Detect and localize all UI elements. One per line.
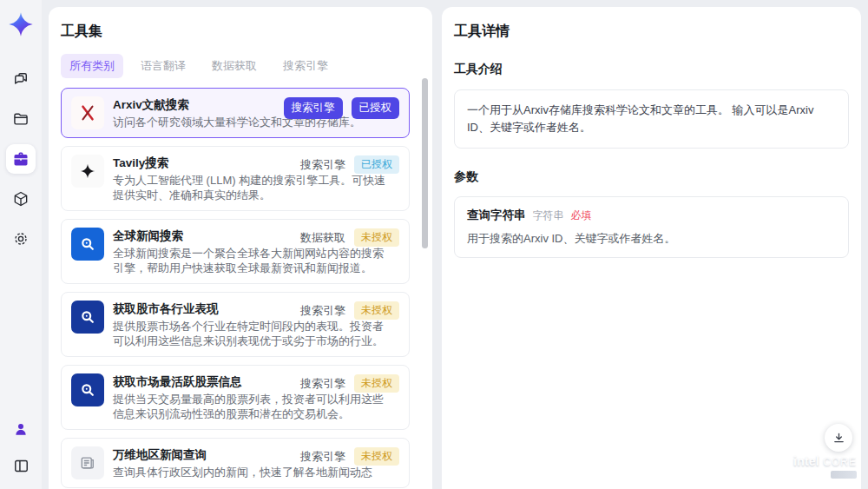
stock-icon	[71, 373, 104, 406]
news-icon	[71, 228, 104, 261]
tool-category-label: 搜索引擎	[284, 97, 343, 119]
sidebar	[0, 0, 42, 489]
tool-description: 提供股票市场各个行业在特定时间段内的表现。投资者可以利用这些信息来识别表现优于或…	[113, 319, 392, 348]
tool-detail-panel: 工具详情 工具介绍 一个用于从Arxiv存储库搜索科学论文和文章的工具。 输入可…	[442, 7, 861, 489]
tool-description: 提供当天交易量最高的股票列表，投资者可以利用这些信息来识别流动性强的股票和潜在的…	[113, 392, 392, 421]
param-type: 字符串	[533, 208, 564, 223]
tab-category-3[interactable]: 搜索引擎	[274, 54, 337, 78]
params-list: 查询字符串 字符串 必填 用于搜索的Arxiv ID、关键字或作者姓名。	[454, 196, 849, 258]
settings-icon	[12, 230, 30, 248]
app-logo-icon	[7, 10, 35, 38]
intro-header: 工具介绍	[454, 62, 849, 77]
tab-category-0[interactable]: 所有类别	[61, 54, 123, 78]
sidebar-item-settings[interactable]	[6, 224, 36, 254]
intel-brand-text: intel	[793, 454, 819, 468]
tool-list-item[interactable]: 万维地区新闻查询 查询具体行政区划内的新闻，快速了解各地新闻动态 搜索引擎 未授…	[61, 438, 410, 488]
tool-description: 专为人工智能代理 (LLM) 构建的搜索引擎工具。可快速提供实时、准确和真实的结…	[113, 173, 392, 202]
tool-list-item[interactable]: Arxiv文献搜索 访问各个研究领域大量科学论文和文章的存储库。 搜索引擎 已授…	[61, 88, 410, 138]
panel-icon	[13, 458, 30, 474]
param-description: 用于搜索的Arxiv ID、关键字或作者姓名。	[467, 231, 836, 247]
tool-list-item[interactable]: Tavily搜索 专为人工智能代理 (LLM) 构建的搜索引擎工具。可快速提供实…	[61, 146, 410, 211]
tool-tags: 数据获取 未授权	[300, 228, 399, 247]
scrollbar[interactable]	[422, 78, 428, 248]
tool-category-label: 搜索引擎	[300, 376, 345, 392]
tool-list: Arxiv文献搜索 访问各个研究领域大量科学论文和文章的存储库。 搜索引擎 已授…	[61, 88, 420, 488]
folder-icon	[12, 110, 30, 128]
newspaper-icon	[71, 446, 104, 479]
tool-tags: 搜索引擎 未授权	[300, 374, 399, 393]
chat-icon	[12, 70, 30, 88]
param-head: 查询字符串 字符串 必填	[467, 208, 836, 223]
core-brand-text: CORE	[823, 456, 857, 468]
tool-category-label: 搜索引擎	[300, 157, 345, 173]
param-item: 查询字符串 字符串 必填 用于搜索的Arxiv ID、关键字或作者姓名。	[454, 196, 849, 258]
sidebar-item-user[interactable]	[6, 414, 36, 444]
tool-status-badge: 未授权	[354, 447, 399, 466]
tool-category-label: 搜索引擎	[300, 449, 345, 465]
tool-status-badge: 已授权	[352, 97, 400, 119]
sidebar-bottom	[6, 414, 36, 480]
tool-category-label: 数据获取	[300, 230, 345, 246]
tool-tags: 搜索引擎 未授权	[300, 301, 399, 320]
arxiv-icon	[71, 96, 104, 129]
tool-list-item[interactable]: 获取股市各行业表现 提供股票市场各个行业在特定时间段内的表现。投资者可以利用这些…	[61, 292, 410, 357]
tool-status-badge: 未授权	[354, 374, 399, 393]
tool-tags: 搜索引擎 已授权	[300, 155, 399, 174]
stock-icon	[71, 301, 104, 334]
tool-list-panel: 工具集 所有类别语言翻译数据获取搜索引擎 Arxiv文献搜索 访问各个研究领域大…	[49, 7, 432, 489]
category-tabs: 所有类别语言翻译数据获取搜索引擎	[61, 54, 420, 78]
page-title: 工具集	[61, 23, 420, 41]
tavily-icon	[71, 155, 104, 188]
tool-intro-text: 一个用于从Arxiv存储库搜索科学论文和文章的工具。 输入可以是Arxiv ID…	[454, 89, 849, 149]
detail-title: 工具详情	[454, 23, 849, 41]
intel-core-logo: intel CORE	[793, 453, 857, 479]
sidebar-item-cube[interactable]	[6, 184, 36, 214]
tool-category-label: 搜索引擎	[300, 303, 345, 319]
sidebar-item-chat[interactable]	[6, 64, 36, 94]
params-header: 参数	[454, 169, 849, 185]
user-icon	[13, 421, 29, 437]
tool-status-badge: 未授权	[354, 301, 399, 320]
main-area: 工具集 所有类别语言翻译数据获取搜索引擎 Arxiv文献搜索 访问各个研究领域大…	[42, 0, 868, 489]
param-required-badge: 必填	[571, 208, 592, 223]
brand-badge-bar	[831, 471, 857, 479]
tool-tags: 搜索引擎 未授权	[300, 447, 399, 466]
param-name: 查询字符串	[467, 208, 526, 223]
tool-tags: 搜索引擎 已授权	[284, 97, 400, 119]
tool-status-badge: 已授权	[354, 155, 399, 174]
tab-category-2[interactable]: 数据获取	[203, 54, 266, 78]
tool-status-badge: 未授权	[354, 228, 399, 247]
download-button[interactable]	[825, 424, 852, 452]
tool-description: 查询具体行政区划内的新闻，快速了解各地新闻动态	[113, 465, 372, 479]
sidebar-item-folder[interactable]	[6, 104, 36, 134]
briefcase-icon	[12, 150, 30, 168]
download-icon	[832, 432, 845, 445]
tab-category-1[interactable]: 语言翻译	[132, 54, 194, 78]
tool-description: 全球新闻搜索是一个聚合全球各大新闻网站内容的搜索引擎，帮助用户快速获取全球最新资…	[113, 246, 392, 275]
cube-icon	[12, 190, 30, 208]
sidebar-item-briefcase[interactable]	[6, 144, 36, 174]
sidebar-nav	[6, 64, 36, 254]
sidebar-item-panel[interactable]	[6, 451, 36, 480]
tool-list-item[interactable]: 全球新闻搜索 全球新闻搜索是一个聚合全球各大新闻网站内容的搜索引擎，帮助用户快速…	[61, 219, 410, 284]
tool-list-item[interactable]: 获取市场最活跃股票信息 提供当天交易量最高的股票列表，投资者可以利用这些信息来识…	[61, 365, 410, 430]
